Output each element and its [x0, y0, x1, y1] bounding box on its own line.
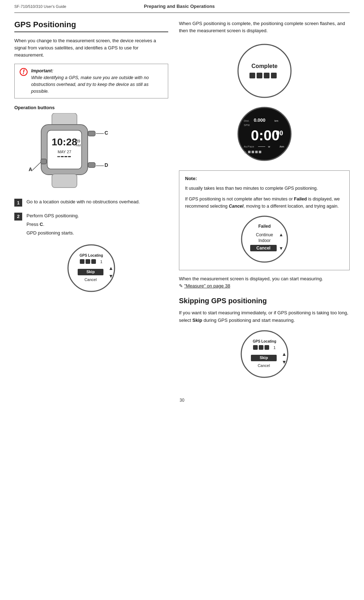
svg-rect-53 [255, 151, 258, 153]
svg-rect-35 [257, 73, 262, 78]
svg-rect-24 [86, 259, 90, 264]
svg-line-20 [32, 162, 41, 170]
important-text: Important: While identifying a GPS, make… [31, 68, 163, 95]
step-2-content: Perform GPS positioning. Press C. GPD po… [26, 212, 168, 238]
svg-text:39: 39 [76, 139, 80, 143]
svg-rect-51 [248, 151, 251, 153]
page-footer: 30 [0, 394, 364, 408]
step-1-text: Go to a location outside with no obstruc… [26, 198, 168, 205]
svg-text:Dist.: Dist. [244, 119, 249, 122]
svg-text:Continue: Continue [256, 232, 273, 237]
failed-svg: Failed ▲ Continue Indoor Cancel ▼ [239, 214, 290, 264]
step-1-num: 1 [14, 199, 22, 207]
svg-text:": " [281, 132, 282, 136]
gps-locating-screen2-wrap: GPS Locating 1 ▲ Skip ▼ Cancel [239, 329, 290, 379]
right-intro: When GPS positioning is complete, the po… [179, 20, 350, 34]
step-2-result: GPD positioning starts. [26, 229, 168, 237]
note-line1: It usually takes less than two minutes t… [185, 185, 344, 192]
measurement-screen-wrap: Dist. 0.000 km SPlit 0:00 00 " Av.Pace —… [236, 105, 293, 163]
page-header: SF-710/510/310 User's Guide Preparing an… [0, 0, 364, 11]
note-line2: If GPS positioning is not complete after… [185, 195, 344, 210]
header-title: Preparing and Basic Operations [66, 4, 292, 9]
svg-text:0.000: 0.000 [254, 117, 266, 123]
svg-rect-23 [80, 259, 84, 264]
watch-diagram: 10:28 39 AM MAY 27 C [21, 113, 115, 192]
svg-text:▼: ▼ [108, 273, 113, 279]
measure-link[interactable]: "Measure" on page 38 [184, 283, 230, 289]
gps-locating-svg: GPS Locating 1 ▲ Skip ▼ Cancel [66, 243, 116, 293]
svg-text:D: D [105, 162, 108, 168]
svg-text:0:00: 0:00 [251, 127, 280, 143]
svg-rect-7 [57, 156, 60, 157]
skipping-title: Skipping GPS positioning [179, 297, 350, 305]
gps-locating-screen: GPS Locating 1 ▲ Skip ▼ Cancel [66, 243, 116, 293]
important-icon: ! [20, 68, 28, 76]
svg-text:MAY 27: MAY 27 [58, 150, 71, 154]
svg-text:10:28: 10:28 [52, 136, 77, 147]
svg-rect-25 [91, 259, 96, 264]
right-column: When GPS positioning is complete, the po… [179, 20, 350, 383]
failed-screen-wrap: Failed ▲ Continue Indoor Cancel ▼ [239, 214, 290, 264]
svg-rect-66 [259, 345, 263, 350]
skipping-text: If you want to start measuring immediate… [179, 309, 350, 324]
svg-point-63 [241, 331, 288, 377]
complete-screen-pair: Complete Dist. 0.000 km SPlit [179, 39, 350, 165]
svg-text:——: —— [258, 144, 265, 148]
step-2-press: Press C. [26, 221, 168, 228]
svg-text:▲: ▲ [282, 351, 287, 357]
svg-text:A: A [29, 166, 32, 172]
svg-text:▼: ▼ [279, 246, 283, 251]
left-column: GPS Positioning When you change to the m… [14, 20, 168, 383]
svg-text:∨: ∨ [244, 150, 246, 154]
svg-rect-13 [88, 163, 95, 168]
svg-rect-10 [68, 156, 71, 157]
svg-text:Failed: Failed [258, 224, 271, 229]
gps-section-title: GPS Positioning [14, 20, 168, 32]
svg-rect-14 [41, 159, 47, 164]
important-label: Important: [31, 68, 53, 73]
svg-point-32 [238, 44, 291, 97]
svg-text:km: km [275, 119, 278, 122]
complete-screen-wrap: Complete [236, 42, 293, 100]
measure-link-icon: ✎ [179, 283, 184, 289]
complete-svg: Complete [236, 42, 293, 100]
svg-rect-34 [249, 73, 255, 78]
svg-rect-8 [61, 156, 64, 157]
step-2-title: Perform GPS positioning. [26, 212, 168, 219]
header-left: SF-710/510/310 User's Guide [14, 4, 66, 9]
svg-text:Av.Pace: Av.Pace [244, 145, 254, 148]
op-buttons-label: Operation buttons [14, 105, 168, 110]
svg-rect-67 [264, 345, 269, 350]
svg-text:Complete: Complete [251, 63, 277, 69]
step-1: 1 Go to a location outside with no obstr… [14, 198, 168, 207]
svg-text:1: 1 [273, 345, 276, 350]
svg-text:AM: AM [76, 144, 81, 147]
svg-text:SPlit: SPlit [244, 124, 250, 127]
svg-text:Skip: Skip [86, 270, 95, 274]
important-box: ! Important: While identifying a GPS, ma… [14, 64, 168, 98]
note-title: Note: [185, 175, 344, 183]
step-1-content: Go to a location outside with no obstruc… [26, 198, 168, 207]
svg-rect-9 [64, 156, 67, 157]
svg-text:w: w [268, 145, 270, 148]
content-area: GPS Positioning When you change to the m… [0, 13, 364, 394]
important-body: While identifying a GPS, make sure you a… [31, 75, 149, 94]
svg-text:Skip: Skip [259, 355, 268, 360]
svg-text:Indoor: Indoor [258, 238, 270, 243]
gps-locating-screen-wrap: GPS Locating 1 ▲ Skip ▼ Cancel [14, 243, 168, 293]
svg-rect-52 [252, 151, 254, 153]
svg-point-21 [68, 245, 115, 291]
svg-rect-12 [88, 131, 95, 136]
svg-text:1: 1 [100, 260, 102, 264]
step-list: 1 Go to a location outside with no obstr… [14, 198, 168, 238]
svg-text:Cancel: Cancel [84, 277, 97, 282]
svg-rect-54 [259, 151, 261, 153]
watch-svg: 10:28 39 AM MAY 27 C [21, 113, 115, 192]
svg-text:Cancel: Cancel [257, 363, 270, 368]
measurement-svg: Dist. 0.000 km SPlit 0:00 00 " Av.Pace —… [236, 105, 293, 163]
step-2: 2 Perform GPS positioning. Press C. GPD … [14, 212, 168, 238]
gps-locating-svg2: GPS Locating 1 ▲ Skip ▼ Cancel [239, 329, 290, 379]
step-2-num: 2 [14, 213, 22, 221]
svg-text:▼: ▼ [282, 359, 287, 365]
svg-rect-37 [271, 73, 277, 78]
